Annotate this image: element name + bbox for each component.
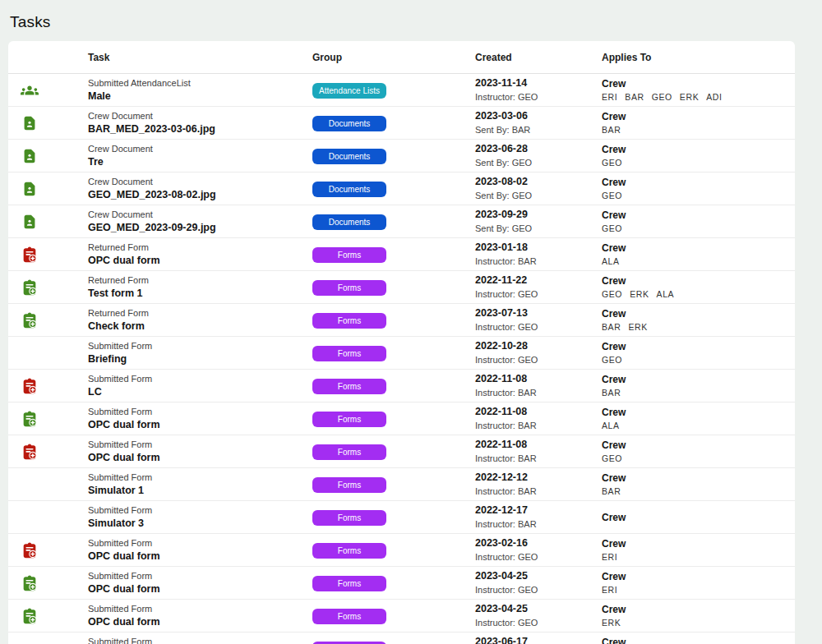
group-badge[interactable]: Forms bbox=[312, 576, 386, 591]
created-by: Instructor: GEO bbox=[475, 322, 593, 333]
applies-to-codes: ALA bbox=[602, 256, 795, 266]
created-by: Instructor: BAR bbox=[475, 486, 593, 497]
group-badge[interactable]: Forms bbox=[312, 510, 386, 526]
table-row[interactable]: Submitted Form Simulator 1 Forms 2022-12… bbox=[8, 468, 795, 501]
table-row[interactable]: Submitted Form OPC dual form Forms 2022-… bbox=[8, 435, 795, 468]
applies-to-code: GEO bbox=[602, 289, 622, 299]
created-date: 2022-12-12 bbox=[475, 472, 593, 484]
created-by: Instructor: BAR bbox=[475, 453, 593, 464]
created-date: 2022-12-17 bbox=[475, 504, 593, 517]
table-row[interactable]: Submitted Form Flight report Forms 2023-… bbox=[8, 632, 795, 644]
applies-to-codes: ERI bbox=[602, 585, 795, 595]
table-row[interactable]: Crew Document Tre Documents 2023-06-28 S… bbox=[8, 140, 795, 172]
group-badge[interactable]: Forms bbox=[312, 477, 386, 493]
created-by: Instructor: BAR bbox=[475, 256, 593, 267]
group-badge[interactable]: Forms bbox=[312, 642, 386, 644]
applies-to-code: BAR bbox=[602, 125, 621, 135]
table-body: Submitted AttendanceList Male Attendance… bbox=[8, 74, 795, 644]
created-date: 2023-06-28 bbox=[475, 143, 593, 155]
applies-to-code: ERK bbox=[680, 92, 699, 102]
applies-to-codes: GEOERKALA bbox=[602, 289, 795, 299]
table-row[interactable]: Returned Form Test form 1 Forms 2022-11-… bbox=[8, 271, 795, 304]
applies-to-code: BAR bbox=[602, 388, 621, 398]
applies-to-group: Crew bbox=[602, 439, 795, 451]
clipboard-add-icon bbox=[21, 574, 39, 592]
created-by: Instructor: GEO bbox=[475, 355, 593, 366]
applies-to-codes: ERK bbox=[602, 618, 795, 628]
task-name: Tre bbox=[88, 156, 296, 168]
task-type-label: Returned Form bbox=[88, 275, 296, 286]
created-date: 2023-06-17 bbox=[475, 636, 593, 644]
task-type-label: Submitted Form bbox=[88, 439, 296, 450]
applies-to-code: BAR bbox=[625, 92, 644, 102]
task-type-label: Submitted Form bbox=[88, 341, 296, 352]
crew-document-icon bbox=[21, 180, 39, 198]
created-date: 2023-04-25 bbox=[475, 570, 593, 582]
applies-to-code: GEO bbox=[602, 355, 622, 365]
applies-to-group: Crew bbox=[602, 308, 795, 320]
group-badge[interactable]: Forms bbox=[312, 346, 386, 361]
applies-to-code: ALA bbox=[657, 289, 675, 299]
task-name: Male bbox=[88, 90, 296, 103]
applies-to-code: ERI bbox=[602, 585, 617, 595]
applies-to-group: Crew bbox=[602, 571, 795, 582]
table-row[interactable]: Returned Form OPC dual form Forms 2023-0… bbox=[8, 238, 795, 271]
applies-to-code: ALA bbox=[602, 421, 620, 430]
created-by: Instructor: GEO bbox=[475, 92, 593, 103]
group-badge[interactable]: Documents bbox=[312, 116, 386, 131]
group-badge[interactable]: Forms bbox=[312, 609, 386, 624]
applies-to-group: Crew bbox=[602, 144, 795, 155]
applies-to-code: GEO bbox=[602, 223, 622, 233]
applies-to-code: GEO bbox=[652, 92, 672, 102]
tasks-table: Task Group Created Applies To Submitted … bbox=[8, 41, 795, 644]
group-badge[interactable]: Attendance Lists bbox=[312, 83, 386, 99]
table-row[interactable]: Returned Form Check form Forms 2023-07-1… bbox=[8, 304, 795, 337]
group-badge[interactable]: Forms bbox=[312, 280, 386, 296]
table-row[interactable]: Crew Document BAR_MED_2023-03-06.jpg Doc… bbox=[8, 107, 795, 140]
table-row[interactable]: Submitted Form Simulator 3 Forms 2022-12… bbox=[8, 501, 795, 534]
applies-to-group: Crew bbox=[602, 472, 795, 484]
group-badge[interactable]: Documents bbox=[312, 149, 386, 164]
applies-to-codes: BAR bbox=[602, 388, 795, 398]
task-type-label: Crew Document bbox=[88, 177, 296, 187]
groups-icon bbox=[21, 81, 39, 99]
table-row[interactable]: Submitted Form OPC dual form Forms 2023-… bbox=[8, 600, 795, 632]
table-row[interactable]: Submitted Form Briefing Forms 2022-10-28… bbox=[8, 337, 795, 370]
table-row[interactable]: Crew Document GEO_MED_2023-08-02.jpg Doc… bbox=[8, 172, 795, 205]
created-date: 2023-11-14 bbox=[475, 77, 593, 90]
table-row[interactable]: Submitted AttendanceList Male Attendance… bbox=[8, 74, 795, 107]
group-badge[interactable]: Forms bbox=[312, 543, 386, 559]
created-date: 2022-11-08 bbox=[475, 406, 593, 418]
group-badge[interactable]: Forms bbox=[312, 412, 386, 427]
table-row[interactable]: Submitted Form OPC dual form Forms 2023-… bbox=[8, 567, 795, 600]
table-row[interactable]: Crew Document GEO_MED_2023-09-29.jpg Doc… bbox=[8, 205, 795, 238]
created-by: Sent By: GEO bbox=[475, 158, 593, 168]
group-badge[interactable]: Forms bbox=[312, 444, 386, 460]
task-type-label: Crew Document bbox=[88, 144, 296, 154]
applies-to-code: ADI bbox=[706, 92, 722, 102]
created-by: Sent By: GEO bbox=[475, 191, 593, 201]
task-name: OPC dual form bbox=[88, 550, 296, 563]
task-name: OPC dual form bbox=[88, 583, 296, 596]
clipboard-add-icon bbox=[21, 607, 39, 625]
created-date: 2023-04-25 bbox=[475, 603, 593, 615]
applies-to-group: Crew bbox=[602, 637, 795, 644]
created-date: 2022-10-28 bbox=[475, 340, 593, 352]
table-row[interactable]: Submitted Form OPC dual form Forms 2022-… bbox=[8, 402, 795, 435]
column-header-group: Group bbox=[304, 52, 467, 63]
table-row[interactable]: Submitted Form OPC dual form Forms 2023-… bbox=[8, 534, 795, 567]
table-row[interactable]: Submitted Form LC Forms 2022-11-08 Instr… bbox=[8, 370, 795, 402]
applies-to-code: GEO bbox=[602, 191, 622, 200]
group-badge[interactable]: Forms bbox=[312, 379, 386, 394]
task-name: GEO_MED_2023-09-29.jpg bbox=[88, 222, 296, 234]
group-badge[interactable]: Forms bbox=[312, 247, 386, 263]
applies-to-codes: ALA bbox=[602, 421, 795, 430]
created-by: Instructor: GEO bbox=[475, 585, 593, 596]
task-name: Simulator 3 bbox=[88, 518, 296, 530]
created-date: 2023-09-29 bbox=[475, 209, 593, 221]
group-badge[interactable]: Documents bbox=[312, 182, 386, 197]
group-badge[interactable]: Forms bbox=[312, 313, 386, 329]
task-name: Check form bbox=[88, 320, 296, 333]
applies-to-codes: BAR bbox=[602, 486, 795, 496]
group-badge[interactable]: Documents bbox=[312, 214, 386, 230]
